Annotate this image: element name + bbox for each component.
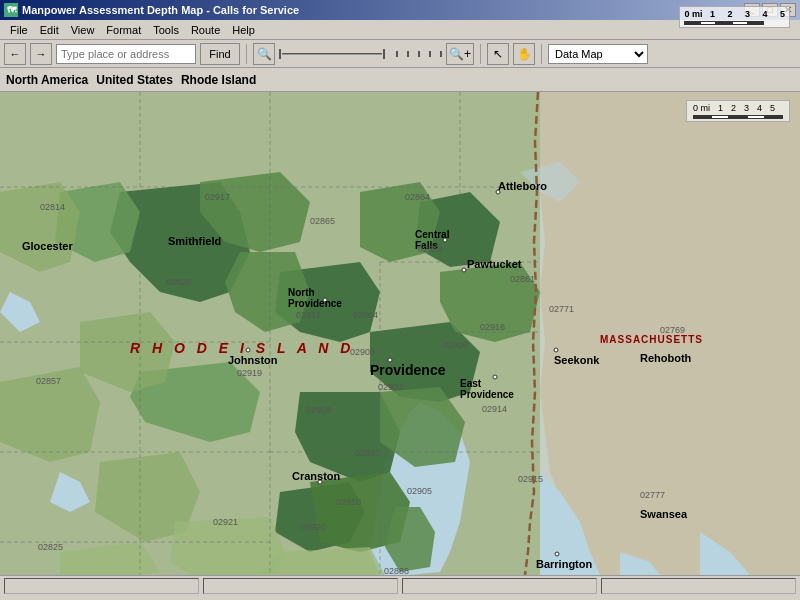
breadcrumb-united-states[interactable]: United States <box>96 73 173 87</box>
zoom-in-button[interactable]: 🔍+ <box>446 43 474 65</box>
breadcrumb: North America United States Rhode Island… <box>0 68 800 92</box>
menu-tools[interactable]: Tools <box>147 22 185 38</box>
svg-marker-26 <box>0 367 100 462</box>
separator-1 <box>246 44 247 64</box>
zoom-slider-area <box>279 49 442 59</box>
city-dot-pawtucket <box>462 268 467 273</box>
menu-route[interactable]: Route <box>185 22 226 38</box>
city-dot-johnston <box>246 348 251 353</box>
scale-label-text: 0 mi12345 <box>693 103 783 113</box>
city-dot-north-providence <box>323 298 328 303</box>
city-dot-attleboro <box>496 190 501 195</box>
menu-view[interactable]: View <box>65 22 101 38</box>
titlebar-title: Manpower Assessment Depth Map - Calls fo… <box>22 4 299 16</box>
city-dot-central-falls <box>443 238 448 243</box>
menu-file[interactable]: File <box>4 22 34 38</box>
breadcrumb-north-america[interactable]: North America <box>6 73 88 87</box>
status-cell-2 <box>203 578 398 594</box>
svg-marker-19 <box>360 182 440 262</box>
status-cell-1 <box>4 578 199 594</box>
city-dot-barrington <box>555 552 560 557</box>
toolbar: ← → Find 🔍 🔍+ ↖ ✋ Data Map Street Map Te… <box>0 40 800 68</box>
map-scale-bar: 0 mi12345 <box>686 100 790 122</box>
map-area[interactable]: Providence Pawtucket Attleboro CentralFa… <box>0 92 800 575</box>
svg-marker-20 <box>440 262 540 342</box>
pan-tool-button[interactable]: ✋ <box>513 43 535 65</box>
city-dot-seekonk <box>554 348 559 353</box>
menu-format[interactable]: Format <box>100 22 147 38</box>
forward-button[interactable]: → <box>30 43 52 65</box>
cursor-tool-button[interactable]: ↖ <box>487 43 509 65</box>
menu-help[interactable]: Help <box>226 22 261 38</box>
scale-label: 0 mi 1 2 3 4 5 <box>684 9 785 19</box>
city-dot-cranston <box>318 480 323 485</box>
find-button[interactable]: Find <box>200 43 240 65</box>
map-type-select[interactable]: Data Map Street Map Terrain <box>548 44 648 64</box>
svg-marker-1 <box>540 92 800 575</box>
scale-ruler-bar <box>693 115 783 119</box>
status-cell-3 <box>402 578 597 594</box>
address-input[interactable] <box>56 44 196 64</box>
menu-edit[interactable]: Edit <box>34 22 65 38</box>
map-svg <box>0 92 800 575</box>
titlebar-icon: 🗺 <box>4 3 18 17</box>
status-cell-4 <box>601 578 796 594</box>
breadcrumb-rhode-island[interactable]: Rhode Island <box>181 73 256 87</box>
zoom-out-button[interactable]: 🔍 <box>253 43 275 65</box>
separator-2 <box>480 44 481 64</box>
scale-ruler <box>684 21 785 25</box>
scale-bar: 0 mi 1 2 3 4 5 <box>679 6 790 28</box>
back-button[interactable]: ← <box>4 43 26 65</box>
city-dot-east-providence <box>493 375 498 380</box>
separator-3 <box>541 44 542 64</box>
statusbar <box>0 575 800 595</box>
city-dot-providence <box>388 358 393 363</box>
